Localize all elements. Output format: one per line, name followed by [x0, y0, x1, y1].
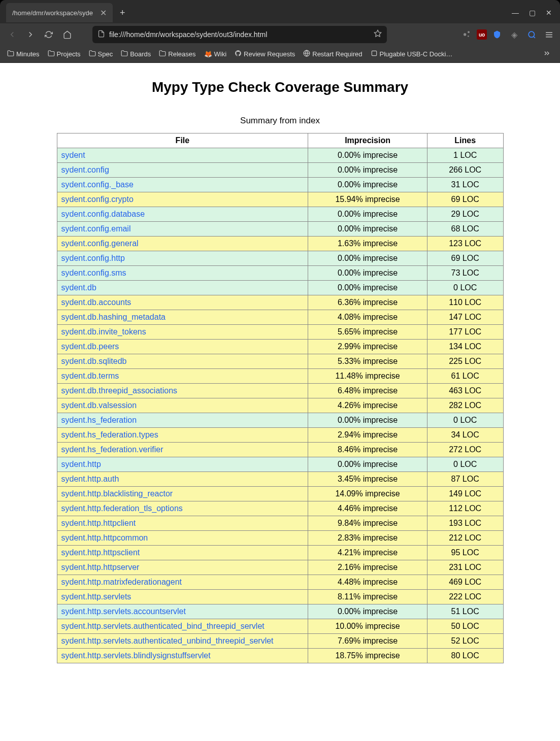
- table-row: sydent.http.httpserver2.16% imprecise231…: [57, 560, 503, 575]
- file-link[interactable]: sydent: [61, 151, 85, 159]
- imprecision-cell: 0.00% imprecise: [308, 207, 427, 222]
- bookmark-restart-required[interactable]: Restart Required: [300, 48, 365, 60]
- lines-cell: 0 LOC: [427, 457, 503, 472]
- lines-cell: 272 LOC: [427, 443, 503, 457]
- table-row: sydent.http.httpsclient4.21% imprecise95…: [57, 546, 503, 560]
- file-link[interactable]: sydent.hs_federation.types: [61, 430, 158, 439]
- file-link[interactable]: sydent.http.federation_tls_options: [61, 504, 183, 513]
- tab-bar: /home/dmr/workspace/syde ✕ + — ▢ ✕: [0, 2, 560, 23]
- ublock-icon[interactable]: uo: [477, 29, 487, 40]
- file-link[interactable]: sydent.http.blacklisting_reactor: [61, 489, 173, 498]
- file-cell: sydent.config.database: [57, 207, 308, 222]
- forward-button[interactable]: [22, 26, 39, 43]
- file-link[interactable]: sydent.hs_federation.verifier: [61, 445, 163, 454]
- bookmark-projects[interactable]: Projects: [45, 48, 84, 60]
- menu-button[interactable]: [542, 27, 556, 42]
- home-button[interactable]: [59, 26, 75, 43]
- imprecision-cell: 6.48% imprecise: [308, 384, 427, 398]
- table-row: sydent.hs_federation0.00% imprecise0 LOC: [57, 413, 503, 428]
- file-link[interactable]: sydent.config.crypto: [61, 195, 134, 204]
- file-link[interactable]: sydent.config.sms: [61, 268, 126, 277]
- bookmark-minutes[interactable]: Minutes: [4, 48, 43, 60]
- file-cell: sydent.http: [57, 457, 308, 472]
- file-link[interactable]: sydent.config.database: [61, 210, 145, 218]
- url-text: file:///home/dmr/workspace/sydent/out3/i…: [109, 30, 374, 39]
- url-bar[interactable]: file:///home/dmr/workspace/sydent/out3/i…: [92, 26, 387, 43]
- file-link[interactable]: sydent.http.httpsclient: [61, 548, 140, 557]
- file-link[interactable]: sydent.http.servlets.accountservlet: [61, 607, 186, 616]
- file-link[interactable]: sydent.http.httpcommon: [61, 533, 148, 542]
- lines-cell: 68 LOC: [427, 222, 503, 237]
- file-link[interactable]: sydent.config.http: [61, 254, 125, 262]
- file-cell: sydent.db.threepid_associations: [57, 384, 308, 398]
- lines-cell: 110 LOC: [427, 295, 503, 310]
- gnome-icon[interactable]: [459, 27, 474, 42]
- file-cell: sydent.http.auth: [57, 472, 308, 487]
- imprecision-cell: 4.48% imprecise: [308, 575, 427, 590]
- file-link[interactable]: sydent.db.terms: [61, 372, 119, 380]
- bookmark-releases[interactable]: Releases: [156, 48, 199, 60]
- table-row: sydent.config.http0.00% imprecise69 LOC: [57, 251, 503, 266]
- file-cell: sydent.db.valsession: [57, 398, 308, 413]
- file-link[interactable]: sydent.http: [61, 460, 101, 468]
- back-button[interactable]: [4, 26, 20, 43]
- bookmark-boards[interactable]: Boards: [118, 48, 154, 60]
- file-link[interactable]: sydent.config: [61, 165, 109, 174]
- file-link[interactable]: sydent.config._base: [61, 180, 134, 189]
- file-link[interactable]: sydent.db.invite_tokens: [61, 327, 146, 336]
- new-tab-button[interactable]: +: [113, 8, 133, 18]
- file-link[interactable]: sydent.http.servlets.blindlysignstuffser…: [61, 651, 211, 660]
- bitwarden-icon[interactable]: [490, 27, 504, 42]
- file-link[interactable]: sydent.http.matrixfederationagent: [61, 578, 182, 586]
- file-cell: sydent.http.servlets.blindlysignstuffser…: [57, 649, 308, 663]
- svg-rect-10: [372, 51, 376, 55]
- file-link[interactable]: sydent.db.peers: [61, 342, 119, 351]
- file-cell: sydent.http.httpsclient: [57, 546, 308, 560]
- active-tab[interactable]: /home/dmr/workspace/syde ✕: [6, 3, 113, 22]
- file-link[interactable]: sydent.http.servlets.authenticated_unbin…: [61, 636, 274, 645]
- close-window-button[interactable]: ✕: [546, 9, 552, 17]
- col-imprecision-header[interactable]: Imprecision: [308, 133, 427, 148]
- lines-cell: 0 LOC: [427, 413, 503, 428]
- bookmark-spec[interactable]: Spec: [86, 48, 116, 60]
- page-title: Mypy Type Check Coverage Summary: [20, 79, 540, 95]
- file-link[interactable]: sydent.db.valsession: [61, 401, 137, 410]
- file-link[interactable]: sydent.db: [61, 283, 96, 292]
- bookmark-plugable-usb-c-docki-[interactable]: Plugable USB-C Docki…: [368, 48, 456, 60]
- file-link[interactable]: sydent.http.auth: [61, 475, 119, 483]
- file-cell: sydent.http.blacklisting_reactor: [57, 487, 308, 501]
- folder-icon: [89, 50, 96, 58]
- file-link[interactable]: sydent.db.accounts: [61, 298, 131, 307]
- imprecision-cell: 3.45% imprecise: [308, 472, 427, 487]
- file-link[interactable]: sydent.db.sqlitedb: [61, 357, 127, 365]
- file-link[interactable]: sydent.config.general: [61, 239, 139, 248]
- minimize-button[interactable]: —: [512, 9, 519, 17]
- col-lines-header[interactable]: Lines: [427, 133, 503, 148]
- lines-cell: 95 LOC: [427, 546, 503, 560]
- col-file-header[interactable]: File: [57, 133, 308, 148]
- reload-button[interactable]: [41, 26, 57, 43]
- file-link[interactable]: sydent.http.servlets.authenticated_bind_…: [61, 622, 265, 630]
- file-link[interactable]: sydent.db.hashing_metadata: [61, 313, 166, 321]
- table-row: sydent.http.httpclient9.84% imprecise193…: [57, 516, 503, 531]
- bookmark-label: Plugable USB-C Docki…: [380, 50, 453, 58]
- file-link[interactable]: sydent.hs_federation: [61, 416, 137, 424]
- file-link[interactable]: sydent.http.httpserver: [61, 563, 140, 571]
- search-icon[interactable]: [524, 27, 539, 42]
- file-link[interactable]: sydent.http.servlets: [61, 592, 131, 601]
- bookmarks-overflow-icon[interactable]: [538, 49, 556, 59]
- lines-cell: 222 LOC: [427, 590, 503, 604]
- file-link[interactable]: sydent.db.threepid_associations: [61, 386, 178, 395]
- imprecision-cell: 2.16% imprecise: [308, 560, 427, 575]
- file-cell: sydent.db.terms: [57, 369, 308, 384]
- bookmark-review-requests[interactable]: Review Requests: [232, 48, 298, 60]
- maximize-button[interactable]: ▢: [529, 9, 536, 17]
- extension-icon[interactable]: ◈: [507, 27, 521, 42]
- bookmark-wiki[interactable]: 🦊Wiki: [201, 48, 230, 60]
- table-row: sydent.hs_federation.verifier8.46% impre…: [57, 443, 503, 457]
- file-link[interactable]: sydent.config.email: [61, 224, 131, 233]
- close-tab-icon[interactable]: ✕: [100, 8, 107, 18]
- bookmark-star-icon[interactable]: [374, 29, 382, 40]
- file-link[interactable]: sydent.http.httpclient: [61, 519, 136, 527]
- content-area[interactable]: Mypy Type Check Coverage Summary Summary…: [0, 63, 560, 741]
